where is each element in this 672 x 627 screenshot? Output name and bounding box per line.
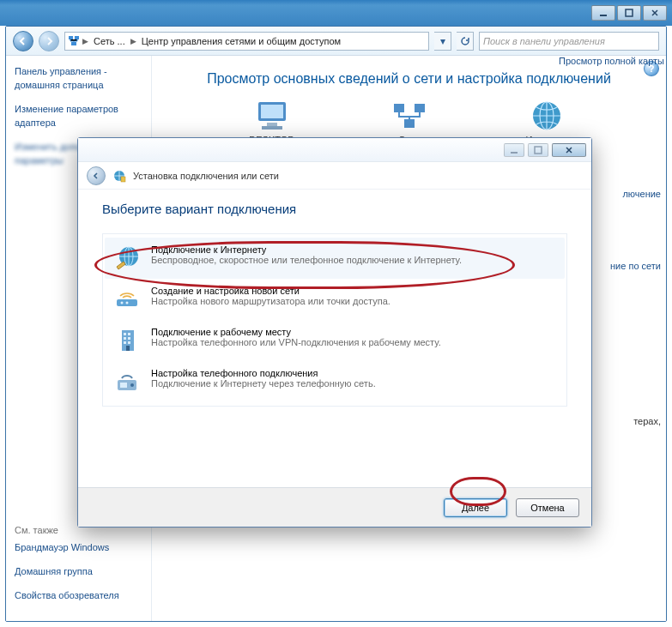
option-title: Подключение к Интернету bbox=[151, 244, 462, 255]
svg-rect-2 bbox=[69, 36, 73, 39]
svg-point-22 bbox=[126, 302, 129, 304]
minimize-button[interactable] bbox=[591, 5, 615, 21]
nav-forward-button[interactable] bbox=[39, 31, 59, 51]
building-icon bbox=[113, 327, 141, 354]
option-desc: Настройка телефонного или VPN-подключени… bbox=[151, 337, 441, 347]
option-desc: Настройка нового маршрутизатора или точк… bbox=[151, 296, 390, 306]
outer-titlebar bbox=[0, 0, 672, 26]
see-also-firewall[interactable]: Брандмауэр Windows bbox=[15, 540, 152, 554]
network-hub-icon bbox=[389, 99, 430, 133]
option-desc: Беспроводное, скоростное или телефонное … bbox=[151, 255, 462, 265]
svg-rect-24 bbox=[124, 333, 126, 335]
wizard-dialog: Установка подключения или сети Выберите … bbox=[77, 137, 592, 528]
globe-icon bbox=[113, 244, 141, 272]
svg-rect-27 bbox=[128, 337, 130, 340]
option-title: Подключение к рабочему месту bbox=[151, 327, 441, 337]
svg-rect-8 bbox=[262, 126, 282, 130]
breadcrumb-seg-1[interactable]: Сеть ... bbox=[90, 36, 129, 46]
bg-text: терах, bbox=[633, 416, 661, 426]
breadcrumb-bar[interactable]: ▶ Сеть ... ▶ Центр управления сетями и о… bbox=[64, 32, 429, 51]
computer-icon bbox=[251, 99, 293, 133]
svg-point-21 bbox=[121, 302, 124, 304]
svg-rect-14 bbox=[511, 152, 518, 154]
see-also-browser[interactable]: Свойства обозревателя bbox=[15, 588, 152, 602]
wizard-heading: Выберите вариант подключения bbox=[102, 202, 567, 216]
option-workplace[interactable]: Подключение к рабочему месту Настройка т… bbox=[105, 320, 565, 361]
option-title: Создание и настройка новой сети bbox=[151, 286, 390, 296]
see-also: См. также Брандмауэр Windows Домашняя гр… bbox=[15, 525, 152, 612]
svg-rect-9 bbox=[394, 104, 404, 112]
search-placeholder: Поиск в панели управления bbox=[483, 36, 605, 46]
svg-rect-6 bbox=[261, 105, 283, 118]
svg-rect-25 bbox=[128, 333, 130, 335]
svg-rect-0 bbox=[600, 15, 607, 16]
option-internet[interactable]: Подключение к Интернету Беспроводное, ск… bbox=[105, 238, 565, 279]
sidebar-link-adapter[interactable]: Изменение параметров адаптера bbox=[15, 102, 142, 130]
globe-icon bbox=[526, 99, 567, 133]
address-bar: ▶ Сеть ... ▶ Центр управления сетями и о… bbox=[6, 27, 666, 56]
wizard-header: Установка подключения или сети bbox=[78, 162, 591, 190]
wizard-footer: Далее Отмена bbox=[78, 487, 591, 527]
bg-text: ние по сети bbox=[610, 261, 661, 271]
chevron-right-icon: ▶ bbox=[130, 37, 136, 45]
search-input[interactable]: Поиск в панели управления bbox=[479, 32, 659, 51]
breadcrumb-dropdown-button[interactable]: ▾ bbox=[434, 32, 451, 51]
svg-rect-26 bbox=[124, 337, 126, 340]
option-desc: Подключение к Интернету через телефонную… bbox=[151, 378, 376, 389]
svg-rect-32 bbox=[120, 383, 127, 388]
page-title: Просмотр основных сведений о сети и наст… bbox=[167, 71, 651, 87]
svg-rect-10 bbox=[415, 104, 425, 112]
close-button[interactable] bbox=[643, 5, 667, 21]
wizard-title: Установка подключения или сети bbox=[133, 171, 279, 181]
wizard-icon bbox=[112, 169, 126, 183]
refresh-button[interactable] bbox=[457, 32, 474, 51]
svg-rect-29 bbox=[128, 341, 130, 344]
svg-rect-30 bbox=[126, 346, 130, 351]
bg-text: лючение bbox=[622, 189, 661, 199]
svg-rect-15 bbox=[535, 147, 542, 154]
next-button[interactable]: Далее bbox=[444, 498, 507, 517]
wizard-close-button[interactable] bbox=[552, 143, 586, 157]
wizard-back-button[interactable] bbox=[87, 166, 106, 185]
cancel-button[interactable]: Отмена bbox=[516, 498, 579, 517]
see-also-homegroup[interactable]: Домашняя группа bbox=[15, 564, 152, 578]
wizard-titlebar bbox=[78, 138, 591, 162]
svg-rect-7 bbox=[267, 123, 277, 126]
option-new-network[interactable]: Создание и настройка новой сети Настройк… bbox=[105, 279, 565, 320]
view-full-map-link[interactable]: Просмотр полной карты bbox=[559, 56, 664, 66]
chevron-right-icon: ▶ bbox=[82, 37, 88, 45]
option-dialup[interactable]: Настройка телефонного подключения Подклю… bbox=[105, 361, 565, 402]
option-title: Настройка телефонного подключения bbox=[151, 368, 376, 378]
wizard-minimize-button bbox=[504, 143, 524, 157]
sidebar-link-home[interactable]: Панель управления - домашняя страница bbox=[15, 64, 142, 92]
svg-rect-1 bbox=[626, 9, 633, 16]
network-icon bbox=[67, 34, 81, 48]
nav-back-button[interactable] bbox=[13, 31, 33, 51]
wizard-maximize-button bbox=[528, 143, 548, 157]
breadcrumb-seg-2[interactable]: Центр управления сетями и общим доступом bbox=[138, 36, 344, 46]
svg-rect-28 bbox=[124, 341, 126, 344]
svg-rect-3 bbox=[75, 36, 79, 39]
router-icon bbox=[113, 286, 141, 313]
svg-rect-11 bbox=[404, 119, 415, 128]
svg-point-33 bbox=[130, 383, 134, 387]
phone-modem-icon bbox=[113, 368, 141, 395]
svg-rect-17 bbox=[121, 177, 125, 182]
maximize-button[interactable] bbox=[617, 5, 641, 21]
